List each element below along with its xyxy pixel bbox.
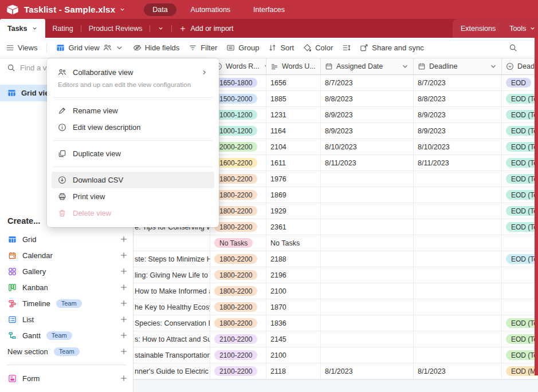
cell-assigned-date[interactable] (321, 171, 414, 187)
cell-words-used[interactable]: 2188 (266, 251, 321, 267)
cell-words-range[interactable]: 1800-2200 (210, 283, 266, 299)
cell-words-used[interactable]: 1976 (266, 171, 321, 187)
create-item-calendar[interactable]: Calendar (7, 247, 128, 263)
cell-words-used[interactable]: 2145 (266, 331, 321, 347)
cell-assigned-date[interactable] (321, 283, 414, 299)
cell-assigned-date[interactable]: 8/9/2023 (321, 123, 414, 138)
cell-deadline-2[interactable]: EOD (To (502, 251, 538, 267)
cell-words-used[interactable]: 1869 (266, 187, 321, 203)
cell-deadline-2[interactable]: EOD (To (502, 107, 538, 122)
cell-words-used[interactable]: 2118 (266, 363, 321, 379)
create-item-new-section[interactable]: New section Team (7, 343, 128, 359)
menu-item-duplicate-view[interactable]: Duplicate view (52, 145, 214, 162)
cell-words-range[interactable]: No Tasks (210, 235, 266, 251)
cell-words-used[interactable]: 1885 (266, 91, 321, 106)
filter-button[interactable]: Filter (189, 43, 217, 52)
cell-deadline[interactable] (414, 187, 502, 203)
cell-task-name[interactable] (133, 235, 210, 251)
plus-icon[interactable] (120, 374, 128, 382)
cell-task-name[interactable]: How to Make Informed an... (133, 283, 210, 299)
cell-words-used[interactable]: 1929 (266, 203, 321, 219)
create-item-list[interactable]: List (7, 311, 128, 327)
column-header-words-used[interactable]: Words U... (266, 58, 321, 74)
cell-assigned-date[interactable]: 8/10/2023 (321, 139, 414, 155)
create-item-gantt[interactable]: Gantt Team (7, 327, 128, 343)
views-toggle-button[interactable]: Views (6, 43, 37, 52)
cell-assigned-date[interactable] (321, 299, 414, 315)
cell-assigned-date[interactable] (321, 315, 414, 331)
cell-task-name[interactable]: stainable Transportation ... (133, 347, 210, 363)
cell-words-range[interactable]: 1800-2200 (210, 251, 266, 267)
chevron-down-icon[interactable] (401, 62, 409, 70)
cell-deadline-2[interactable]: EOD (502, 75, 538, 90)
cell-deadline-2[interactable]: EOD (To (502, 219, 538, 235)
cell-deadline[interactable]: 8/11/2023 (414, 155, 502, 171)
cell-assigned-date[interactable] (321, 187, 414, 203)
cell-deadline[interactable] (414, 283, 502, 299)
menu-item-download-csv[interactable]: Download CSV (52, 172, 214, 188)
share-and-sync-button[interactable]: Share and sync (360, 43, 423, 52)
table-row[interactable]: he Key to Healthy Ecosyst... 1800-2200 1… (133, 299, 538, 315)
plus-icon[interactable] (120, 267, 128, 275)
create-item-kanban[interactable]: Kanban (7, 279, 128, 295)
add-or-import-button[interactable]: Add or import (172, 19, 241, 38)
cell-deadline-2[interactable]: EOD (To (502, 139, 538, 155)
chevron-down-icon[interactable] (489, 62, 497, 70)
cell-deadline[interactable] (414, 251, 502, 267)
cell-deadline-2[interactable] (502, 299, 538, 315)
table-row[interactable]: ling: Giving New Life to O... 1800-2200 … (133, 267, 538, 283)
cell-deadline[interactable] (414, 347, 502, 363)
nav-tab-automations[interactable]: Automations (182, 3, 239, 16)
cell-assigned-date[interactable] (321, 267, 414, 283)
cell-deadline[interactable] (414, 331, 502, 347)
cell-task-name[interactable]: ling: Giving New Life to O... (133, 267, 210, 283)
cell-task-name[interactable]: he Key to Healthy Ecosyst... (133, 299, 210, 315)
table-row[interactable]: nner's Guide to Electric V... 2100-2200 … (133, 363, 538, 379)
group-button[interactable]: Group (226, 43, 259, 52)
cell-deadline-2[interactable] (502, 267, 538, 283)
cell-task-name[interactable]: ste: Steps to Minimize Ho... (133, 251, 210, 267)
cell-assigned-date[interactable] (321, 331, 414, 347)
create-item-gallery[interactable]: Gallery (7, 263, 128, 279)
cell-words-range[interactable]: 2100-2200 (210, 363, 266, 379)
plus-icon[interactable] (120, 331, 128, 339)
plus-icon[interactable] (120, 235, 128, 243)
grid-view-menu-button[interactable]: Grid view (56, 43, 123, 52)
cell-words-range[interactable]: 1800-2200 (210, 315, 266, 331)
extensions-button[interactable]: Extensions (461, 25, 496, 33)
cell-deadline[interactable] (414, 203, 502, 219)
cell-words-used[interactable]: 2196 (266, 267, 321, 283)
cell-words-used[interactable]: 2361 (266, 219, 321, 235)
cell-words-used[interactable]: 1870 (266, 299, 321, 315)
menu-item-rename-view[interactable]: Rename view (52, 102, 214, 119)
cell-words-used[interactable]: 1656 (266, 75, 321, 90)
cell-task-name[interactable]: nner's Guide to Electric V... (133, 363, 210, 379)
cell-task-name[interactable]: s: How to Attract and Sup... (133, 331, 210, 347)
cell-assigned-date[interactable]: 8/8/2023 (321, 91, 414, 106)
cell-deadline-2[interactable]: EOD (To (502, 315, 538, 331)
column-header-deadline[interactable]: Deadline (414, 58, 502, 74)
cell-words-used[interactable]: 1164 (266, 123, 321, 138)
cell-words-used[interactable]: 1611 (266, 155, 321, 171)
cell-words-used[interactable]: 2100 (266, 283, 321, 299)
cell-deadline[interactable] (414, 219, 502, 235)
cell-assigned-date[interactable]: 8/9/2023 (321, 107, 414, 122)
table-tab-product-reviews[interactable]: Product Reviews (81, 19, 150, 38)
table-row[interactable]: s: How to Attract and Sup... 2100-2200 2… (133, 331, 538, 347)
cell-assigned-date[interactable]: 8/1/2023 (321, 363, 414, 379)
plus-icon[interactable] (120, 299, 128, 307)
menu-item-edit-view-description[interactable]: Edit view description (52, 119, 214, 136)
nav-tab-interfaces[interactable]: Interfaces (245, 3, 293, 16)
cell-deadline[interactable]: 8/9/2023 (414, 107, 502, 122)
cell-deadline[interactable]: 8/7/2023 (414, 75, 502, 90)
plus-icon[interactable] (120, 347, 128, 355)
create-item-form[interactable]: Form (7, 370, 128, 386)
cell-words-used[interactable]: 1231 (266, 107, 321, 122)
sort-button[interactable]: Sort (268, 43, 294, 52)
hide-fields-button[interactable]: Hide fields (133, 43, 180, 52)
nav-tab-data[interactable]: Data (144, 3, 176, 16)
cell-task-name[interactable]: Species: Conservation Eff... (133, 315, 210, 331)
cell-deadline[interactable]: 8/8/2023 (414, 91, 502, 106)
table-row[interactable]: Species: Conservation Eff... 1800-2200 1… (133, 315, 538, 331)
cell-deadline[interactable] (414, 235, 502, 251)
